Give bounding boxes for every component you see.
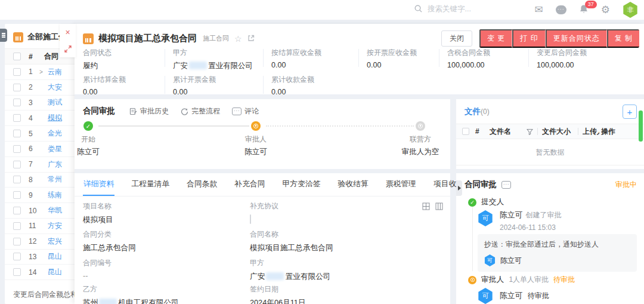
row-checkbox[interactable] xyxy=(13,130,21,137)
submitter-entry: 可 陈立可创建了审批 2024-06-11 15:03 xyxy=(478,210,561,232)
form-party-b: 乙方 苏州机电工程有限公司 xyxy=(83,284,179,304)
close-panel-icon[interactable]: × xyxy=(60,24,76,41)
files-select-all-checkbox[interactable] xyxy=(462,128,469,135)
change-button[interactable]: 变 更 xyxy=(479,29,512,48)
print-button[interactable]: 打 印 xyxy=(512,29,545,48)
tab-tax[interactable]: 票税管理 xyxy=(385,173,417,196)
row-checkbox[interactable] xyxy=(13,238,21,245)
contract-link[interactable]: 昆山 xyxy=(48,251,62,262)
avatar[interactable]: 非 xyxy=(623,2,638,18)
approval-history-link[interactable]: 审批历史 xyxy=(129,106,169,116)
row-checkbox[interactable] xyxy=(13,222,21,230)
mail-icon[interactable]: ✉ xyxy=(535,5,543,15)
contract-link[interactable]: 云南 xyxy=(48,67,62,77)
approval-panel-title: 合同审批 xyxy=(465,179,497,190)
row-checkbox[interactable] xyxy=(13,191,21,199)
grid-view-icon[interactable] xyxy=(422,202,430,210)
row-checkbox[interactable] xyxy=(13,176,21,183)
row-checkbox[interactable] xyxy=(13,99,21,106)
approval-flow-title: 合同审批 xyxy=(83,106,115,116)
comment-icon: ··· xyxy=(232,108,242,115)
name-column-header: 合同 xyxy=(44,51,58,62)
collapsed-menu-handle[interactable] xyxy=(0,29,7,42)
collapse-panel-handle[interactable] xyxy=(456,180,462,196)
party-b-link[interactable]: 苏州机电工程有限公司 xyxy=(83,298,179,304)
user-avatar[interactable]: 可 xyxy=(478,210,493,226)
contract-summary-card: 模拟项目施工总承包合同 施工合同 ☆ 关闭 变 更 打 印 更新合同状态 复 制 xyxy=(75,24,644,94)
chat-icon[interactable]: ··· xyxy=(556,5,566,14)
contract-link[interactable]: 大安 xyxy=(48,82,62,93)
copy-button[interactable]: 复 制 xyxy=(607,29,639,48)
contract-link[interactable]: 昆山 xyxy=(48,267,62,277)
submitter-node: ✓ 提交人 xyxy=(468,197,504,207)
row-checkbox[interactable] xyxy=(13,84,21,91)
row-checkbox[interactable] xyxy=(13,145,21,153)
files-card: 文件 (0) + # 文件名 文件大小 上传人 操作 暂无数据 xyxy=(456,99,644,169)
supplement-checkbox[interactable] xyxy=(250,214,251,224)
expand-panel-icon[interactable] xyxy=(60,41,76,57)
step-connector-dotted xyxy=(266,125,414,127)
add-file-button[interactable]: + xyxy=(623,105,637,119)
redacted-text xyxy=(189,62,207,69)
row-checkbox[interactable] xyxy=(13,268,21,276)
total-invoiced-link[interactable]: 0.00 xyxy=(173,88,263,96)
scrollbar-thumb[interactable] xyxy=(639,110,643,142)
full-flow-link[interactable]: 完整流程 xyxy=(181,106,220,116)
contract-link[interactable]: 测试 xyxy=(48,97,62,108)
total-received-link[interactable]: 0.00 xyxy=(271,88,358,96)
filter-icon[interactable] xyxy=(527,128,533,135)
bell-icon[interactable]: 37 xyxy=(579,4,589,16)
panel-tools: × xyxy=(60,24,76,57)
tab-boq[interactable]: 工程量清单 xyxy=(131,173,170,196)
tab-change-sign[interactable]: 甲方变洽签 xyxy=(282,173,321,196)
tab-supplement[interactable]: 补充合同 xyxy=(234,173,265,196)
search-input[interactable] xyxy=(428,5,517,13)
external-link-icon[interactable] xyxy=(247,35,255,43)
close-button[interactable]: 关闭 xyxy=(441,30,472,47)
contract-link[interactable]: 华凯 xyxy=(48,205,62,216)
form-contract-name: 合同名称 模拟项目施工总承包合同 xyxy=(250,229,333,253)
global-search[interactable] xyxy=(414,4,517,13)
tab-terms[interactable]: 合同条款 xyxy=(186,173,218,196)
form-project-name: 项目名称 模拟项目 xyxy=(83,201,113,225)
tab-detail[interactable]: 详细资料 xyxy=(83,173,114,196)
step-approver: 审批人 陈立可 xyxy=(214,134,298,157)
contract-link[interactable]: 练南 xyxy=(48,190,62,200)
sum-footer-label: 变更后合同金额总和: xyxy=(13,290,79,300)
step-partner: 联营方 审批人为空 xyxy=(379,134,462,157)
project-link[interactable]: 模拟项目 xyxy=(83,215,113,225)
row-checkbox[interactable] xyxy=(13,207,21,214)
user-avatar[interactable]: 可 xyxy=(484,254,496,266)
update-status-button[interactable]: 更新合同状态 xyxy=(546,29,607,48)
party-a-link[interactable]: 广安置业有限公司 xyxy=(250,272,331,282)
field-total-invoiced: 累计开票金额 0.00 xyxy=(165,75,263,96)
contract-link-selected[interactable]: 模拟 xyxy=(48,113,62,123)
row-checkbox[interactable] xyxy=(13,253,21,260)
row-checkbox[interactable] xyxy=(13,68,21,76)
step-idle-icon xyxy=(416,121,425,131)
contract-link[interactable]: 常州 xyxy=(48,174,62,185)
comment-icon[interactable]: ··· xyxy=(501,181,511,189)
row-checkbox[interactable] xyxy=(13,114,21,122)
field-tax-amount: 含税合同金额 100,000.00 xyxy=(439,48,528,71)
column-view-icon[interactable] xyxy=(435,202,443,210)
contract-link[interactable]: 宏兴 xyxy=(48,237,62,247)
contract-link[interactable]: 广东 xyxy=(48,159,62,170)
user-avatar[interactable]: 可 xyxy=(478,288,493,304)
cc-note-box: 抄送：审批全部通过后，通知抄送人 可 陈立可 xyxy=(478,234,637,272)
row-checkbox[interactable] xyxy=(13,161,21,168)
field-total-settled: 累计结算金额 0.00 xyxy=(75,75,165,96)
timeline-connector xyxy=(472,204,473,271)
field-total-received: 累计收款金额 0.00 xyxy=(263,75,358,96)
step-connector xyxy=(98,125,249,127)
contract-link[interactable]: 方安 xyxy=(48,221,62,231)
tab-acceptance[interactable]: 验收结算 xyxy=(338,173,369,196)
favorite-star-icon[interactable]: ☆ xyxy=(234,35,242,43)
approval-flow-card: 合同审批 审批历史 完整流程 ··· 评论 ✓ xyxy=(75,99,450,169)
gear-icon[interactable]: ⚙ xyxy=(601,5,610,15)
row-expander-icon[interactable]: > xyxy=(39,69,47,75)
comment-link[interactable]: ··· 评论 xyxy=(232,106,259,116)
select-all-checkbox[interactable] xyxy=(13,53,21,60)
party-a-link[interactable]: 广安置业有限公司 xyxy=(173,61,263,71)
form-contract-no: 合同编号 -- xyxy=(83,258,112,280)
